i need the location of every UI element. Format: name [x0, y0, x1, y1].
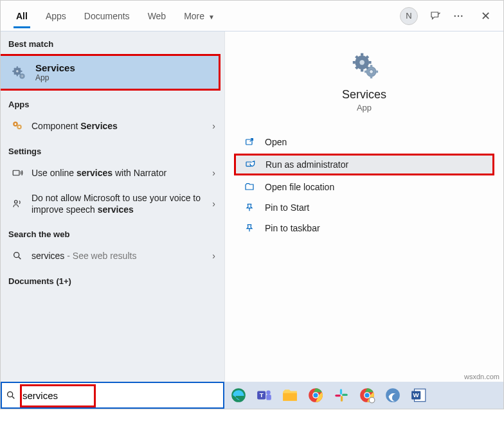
open-icon	[243, 137, 256, 147]
result-label: Component Services	[32, 121, 212, 131]
result-narrator-services[interactable]: Use online services with Narrator ›	[1, 160, 224, 186]
taskbar: T W	[224, 382, 503, 409]
chevron-right-icon: ›	[212, 121, 215, 131]
avatar[interactable]: N	[400, 7, 418, 25]
tab-web[interactable]: Web	[140, 4, 174, 28]
action-label: Run as administrator	[266, 159, 348, 170]
result-label: services - See web results	[32, 251, 212, 261]
svg-text:T: T	[260, 391, 264, 398]
svg-point-36	[364, 393, 369, 397]
action-label: Pin to Start	[265, 202, 309, 213]
svg-rect-11	[13, 170, 19, 175]
filter-tabs: All Apps Documents Web More ▼	[8, 4, 222, 28]
taskbar-chrome-canary-icon[interactable]	[357, 385, 377, 406]
results-panel: Best match Services App Apps Component S…	[1, 31, 224, 409]
chevron-down-icon: ▼	[208, 13, 215, 21]
svg-point-6	[21, 75, 23, 77]
action-open[interactable]: Open	[225, 132, 503, 152]
detail-panel: Services App Open Run as administrator	[224, 31, 503, 409]
search-icon	[2, 390, 20, 400]
chevron-right-icon: ›	[212, 168, 215, 178]
result-speech-services[interactable]: Do not allow Microsoft to use your voice…	[1, 186, 224, 222]
action-pin-to-start[interactable]: Pin to Start	[225, 197, 503, 218]
search-input[interactable]	[20, 388, 223, 404]
services-gear-icon	[349, 49, 380, 80]
chevron-right-icon: ›	[212, 199, 215, 209]
result-component-services[interactable]: Component Services ›	[1, 113, 224, 139]
result-label: Use online services with Narrator	[32, 168, 212, 178]
services-gear-icon	[10, 64, 28, 82]
svg-point-10	[19, 126, 21, 128]
action-label: Open	[265, 137, 287, 147]
svg-point-13	[14, 253, 19, 258]
action-pin-to-taskbar[interactable]: Pin to taskbar	[225, 218, 503, 238]
detail-subtitle: App	[225, 103, 503, 112]
pin-icon	[243, 223, 256, 233]
feedback-icon[interactable]	[429, 10, 441, 22]
apps-label: Apps	[1, 92, 224, 113]
taskbar-app-icon[interactable]	[382, 385, 403, 406]
detail-title: Services	[225, 88, 503, 102]
pin-icon	[243, 202, 256, 213]
settings-label: Settings	[1, 139, 224, 160]
component-services-icon	[10, 120, 25, 132]
more-options-icon[interactable]	[453, 10, 464, 22]
narrator-icon	[10, 166, 25, 179]
svg-point-2	[461, 15, 462, 16]
svg-rect-31	[342, 394, 348, 396]
best-match-subtitle: App	[35, 73, 75, 82]
tab-more[interactable]: More ▼	[176, 4, 222, 28]
taskbar-teams-icon[interactable]: T	[254, 385, 274, 406]
svg-point-1	[458, 15, 459, 16]
search-web-label: Search the web	[1, 222, 224, 243]
search-header: All Apps Documents Web More ▼ N ✕	[1, 1, 503, 31]
result-web-services[interactable]: services - See web results ›	[1, 243, 224, 269]
svg-point-17	[369, 70, 373, 74]
svg-rect-25	[266, 395, 271, 400]
documents-label[interactable]: Documents (1+)	[1, 269, 224, 294]
svg-text:W: W	[413, 391, 420, 398]
result-label: Do not allow Microsoft to use your voice…	[32, 192, 212, 215]
tab-apps[interactable]: Apps	[38, 4, 74, 28]
svg-rect-30	[340, 389, 342, 395]
taskbar-word-icon[interactable]: W	[408, 385, 429, 406]
watermark: wsxdn.com	[464, 373, 500, 380]
svg-rect-33	[335, 395, 341, 397]
svg-point-24	[266, 390, 271, 395]
svg-point-20	[8, 392, 13, 397]
chevron-right-icon: ›	[212, 251, 215, 261]
action-open-file-location[interactable]: Open file location	[225, 177, 503, 197]
taskbar-explorer-icon[interactable]	[280, 385, 300, 406]
svg-rect-32	[341, 396, 343, 402]
best-match-result[interactable]: Services App	[1, 54, 221, 91]
speech-icon	[10, 197, 25, 210]
svg-point-37	[369, 397, 375, 403]
best-match-label: Best match	[1, 31, 224, 53]
taskbar-chrome-icon[interactable]	[305, 385, 326, 406]
svg-point-29	[313, 393, 318, 397]
tab-documents[interactable]: Documents	[76, 4, 138, 28]
close-icon[interactable]: ✕	[476, 6, 496, 26]
svg-rect-26	[283, 393, 297, 401]
admin-icon	[244, 159, 256, 170]
svg-point-0	[455, 15, 456, 16]
svg-point-15	[359, 60, 364, 65]
folder-icon	[243, 182, 256, 192]
action-label: Pin to taskbar	[265, 223, 320, 233]
svg-point-12	[15, 201, 18, 204]
taskbar-edge-icon[interactable]	[228, 385, 249, 406]
svg-point-9	[15, 123, 17, 125]
best-match-title: Services	[35, 62, 75, 73]
svg-point-4	[16, 69, 19, 72]
action-label: Open file location	[265, 182, 334, 192]
action-run-as-admin[interactable]: Run as administrator	[234, 154, 494, 175]
search-icon	[10, 249, 25, 262]
taskbar-slack-icon[interactable]	[331, 385, 352, 406]
search-box[interactable]	[1, 382, 224, 409]
tab-all[interactable]: All	[8, 4, 35, 28]
